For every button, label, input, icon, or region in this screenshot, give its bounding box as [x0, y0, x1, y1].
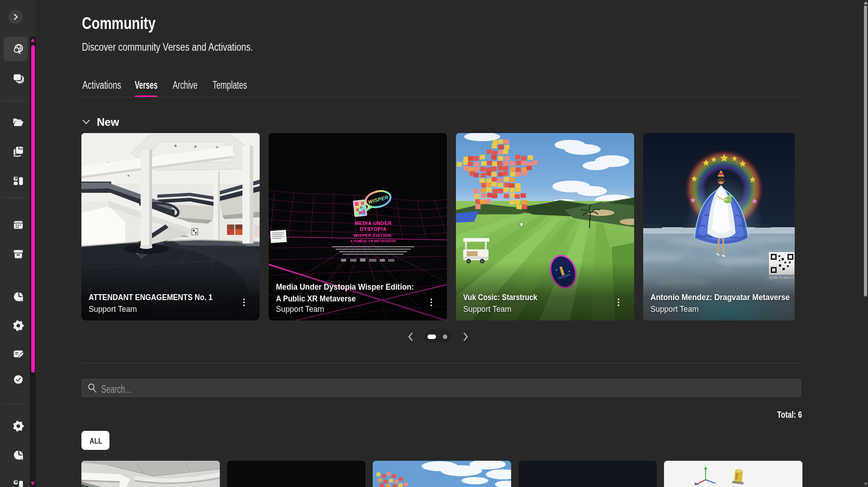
svg-text:A PUBLIC XR METAVERSE: A PUBLIC XR METAVERSE — [350, 239, 396, 243]
svg-text:MEDIA UNDER: MEDIA UNDER — [355, 220, 392, 226]
svg-text:WISPER EDITION:: WISPER EDITION: — [354, 233, 393, 238]
svg-text:DYSTOPIA: DYSTOPIA — [360, 226, 386, 232]
